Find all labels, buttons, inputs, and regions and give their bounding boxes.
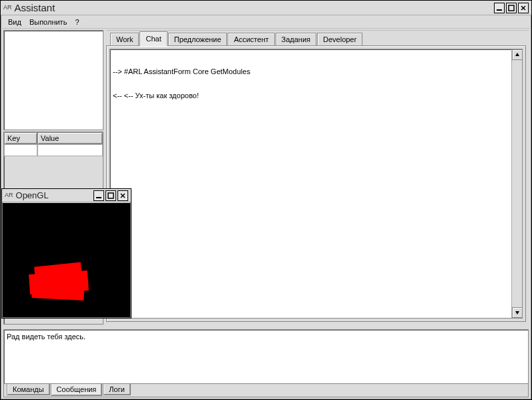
opengl-badge: AR [5,192,13,198]
kv-cell-value[interactable] [37,144,103,156]
opengl-window[interactable]: AR OpenGL [1,188,131,319]
tab-body: --> #ARL AssistantForm Core GetModules <… [106,45,526,322]
svg-rect-7 [108,193,113,198]
close-button[interactable] [518,3,529,13]
red-polygon-icon [29,263,89,300]
opengl-maximize-button[interactable] [105,190,116,201]
kv-header-value[interactable]: Value [37,132,103,144]
maximize-icon [107,192,114,199]
scroll-up-button[interactable] [512,49,523,60]
chat-line: <-- <-- Ух-ты как здорово! [113,91,519,99]
kv-cell-key[interactable] [4,144,37,156]
right-column: Work Chat Предложение Ассистент Задания … [106,30,529,325]
menu-help[interactable]: ? [71,17,82,27]
bottom-panel: Рад видеть тебя здесь. Команды Сообщения… [3,329,529,397]
kv-header-key[interactable]: Key [4,132,37,144]
maximize-button[interactable] [506,3,517,13]
bottom-tab-messages[interactable]: Сообщения [51,384,103,396]
svg-rect-1 [509,5,514,11]
main-titlebar[interactable]: AR Assistant [1,1,531,15]
left-top-panel[interactable] [3,30,103,130]
chat-scrollbar[interactable] [511,49,522,318]
minimize-icon [496,5,503,11]
svg-marker-5 [515,311,519,315]
opengl-close-button[interactable] [117,190,128,201]
opengl-minimize-button[interactable] [93,190,104,201]
opengl-canvas[interactable] [3,203,130,317]
tab-chat[interactable]: Chat [140,31,167,46]
minimize-button[interactable] [494,3,505,13]
svg-rect-6 [96,197,101,198]
tab-offer[interactable]: Предложение [168,33,228,45]
opengl-title: OpenGL [16,190,49,200]
tab-work[interactable]: Work [110,33,139,45]
kv-table: Key Value [4,132,103,156]
menubar: Вид Выполнить ? [1,15,531,29]
close-icon [119,192,126,199]
bottom-message-text: Рад видеть тебя здесь. [7,333,85,341]
bottom-message-area[interactable]: Рад видеть тебя здесь. [4,330,528,383]
menu-execute[interactable]: Выполнить [26,17,70,27]
app-badge: AR [3,5,12,11]
chat-line: --> #ARL AssistantForm Core GetModules [113,67,519,75]
bottom-tabs: Команды Сообщения Логи [4,383,528,397]
close-icon [520,5,527,11]
tab-assistant[interactable]: Ассистент [228,33,274,45]
scroll-down-button[interactable] [512,307,523,318]
opengl-titlebar[interactable]: AR OpenGL [2,189,131,202]
minimize-icon [95,192,102,199]
kv-row-empty[interactable] [4,144,103,156]
window-title: Assistant [15,2,55,13]
menu-view[interactable]: Вид [5,17,25,27]
svg-marker-4 [515,53,519,56]
tab-tasks[interactable]: Задания [276,33,316,45]
chevron-up-icon [515,52,520,57]
chat-textarea[interactable]: --> #ARL AssistantForm Core GetModules <… [109,49,523,319]
maximize-icon [508,5,515,11]
bottom-tab-commands[interactable]: Команды [7,384,50,395]
window-buttons [494,3,529,13]
main-tabs: Work Chat Предложение Ассистент Задания … [106,31,529,45]
chevron-down-icon [515,310,520,315]
bottom-tab-logs[interactable]: Логи [103,384,131,395]
svg-rect-0 [497,9,502,11]
kv-header: Key Value [4,132,103,144]
tab-developer[interactable]: Developer [317,33,362,45]
opengl-window-buttons [93,190,128,201]
